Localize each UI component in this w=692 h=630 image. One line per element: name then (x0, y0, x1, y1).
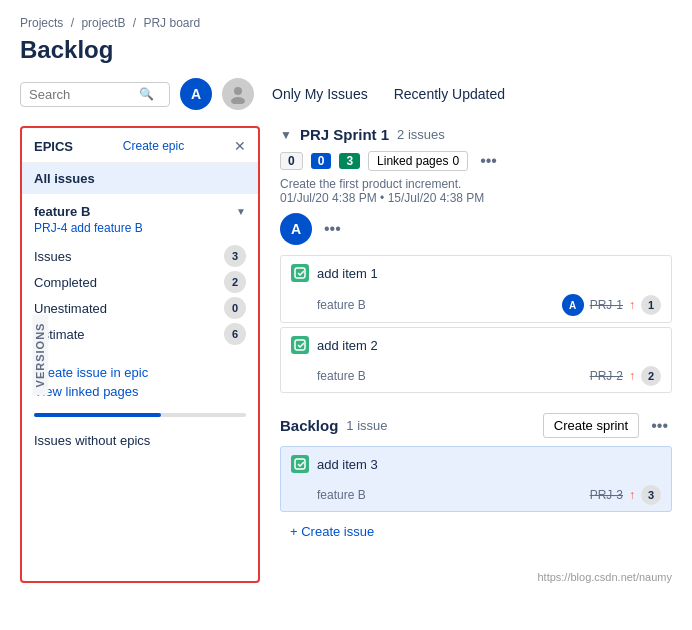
issue-epic-tag-1: feature B (317, 298, 366, 312)
epic-dropdown-icon[interactable]: ▼ (236, 206, 246, 217)
issue-card-1: add item 1 feature B A PRJ-1 ↑ 1 (280, 255, 672, 323)
all-issues-item[interactable]: All issues (22, 163, 258, 194)
epic-link[interactable]: PRJ-4 add feature B (34, 221, 246, 235)
issue-card-2-main: add item 2 (281, 328, 671, 362)
backlog-issue-card-1: add item 3 feature B PRJ-3 ↑ 3 (280, 446, 672, 512)
sprint-issue-count: 2 issues (397, 127, 445, 142)
backlog-issue-card-1-main: add item 3 (281, 447, 671, 481)
linked-pages-count: 0 (452, 154, 459, 168)
sprint-avatar-more-button[interactable]: ••• (320, 220, 345, 238)
stat-label-unestimated: Unestimated (34, 301, 107, 316)
stat-badge-issues: 3 (224, 245, 246, 267)
backlog-issue-count: 1 issue (346, 418, 387, 433)
create-epic-button[interactable]: Create epic (123, 139, 184, 153)
watermark: https://blog.csdn.net/naumy (280, 563, 672, 583)
create-issue-label: + Create issue (290, 524, 374, 539)
stat-row-estimate: Estimate 6 (34, 321, 246, 347)
svg-point-0 (234, 87, 242, 95)
issues-without-epics-label: Issues without epics (22, 423, 258, 458)
linked-pages-button[interactable]: Linked pages 0 (368, 151, 468, 171)
page-title: Backlog (20, 36, 672, 64)
svg-rect-2 (295, 268, 305, 278)
sprint-header: ▼ PRJ Sprint 1 2 issues (280, 126, 672, 143)
issue-title-1[interactable]: add item 1 (317, 266, 661, 281)
sprint-date-sep: • (380, 191, 384, 205)
issue-meta-2: feature B PRJ-2 ↑ 2 (281, 362, 671, 392)
stat-row-completed: Completed 2 (34, 269, 246, 295)
epic-name-row: feature B ▼ (34, 204, 246, 219)
sidebar-header: EPICS Create epic ✕ (22, 128, 258, 163)
issue-card-1-main: add item 1 (281, 256, 671, 290)
stat-row-unestimated: Unestimated 0 (34, 295, 246, 321)
close-icon[interactable]: ✕ (234, 138, 246, 154)
backlog-issue-epic-1: feature B (317, 488, 366, 502)
stat-badge-estimate: 6 (224, 323, 246, 345)
issue-icon-1 (291, 264, 309, 282)
breadcrumb-sep2: / (133, 16, 136, 30)
svg-rect-4 (295, 459, 305, 469)
backlog-header: Backlog 1 issue Create sprint ••• (280, 413, 672, 438)
progress-bar (34, 413, 161, 417)
epic-actions: Create issue in epic View linked pages (22, 357, 258, 407)
issue-card-2: add item 2 feature B PRJ-2 ↑ 2 (280, 327, 672, 393)
only-my-issues-button[interactable]: Only My Issues (264, 82, 376, 106)
sprint-chevron-icon[interactable]: ▼ (280, 128, 292, 142)
sprint-avatar-row: A ••• (280, 213, 672, 245)
search-input[interactable] (29, 87, 139, 102)
stat-label-completed: Completed (34, 275, 97, 290)
create-issue-row[interactable]: + Create issue (280, 516, 672, 547)
sprint-dates: Create the first product increment. 01/J… (280, 177, 672, 205)
issue-assignee-1[interactable]: A (562, 294, 584, 316)
breadcrumb-projects[interactable]: Projects (20, 16, 63, 30)
linked-pages-label: Linked pages (377, 154, 448, 168)
story-points-2: 2 (641, 366, 661, 386)
backlog-issue-id-1: PRJ-3 (590, 488, 623, 502)
epic-item: feature B ▼ PRJ-4 add feature B Issues 3… (22, 194, 258, 357)
epic-stats: Issues 3 Completed 2 Unestimated 0 Estim… (34, 243, 246, 347)
backlog-more-button[interactable]: ••• (647, 417, 672, 435)
sprint-badge-green: 3 (339, 153, 360, 169)
breadcrumb: Projects / projectB / PRJ board (20, 16, 672, 30)
avatar-gray (222, 78, 254, 110)
versions-tab: VERSIONS (32, 314, 48, 395)
priority-icon-1: ↑ (629, 298, 635, 312)
create-issue-in-epic-button[interactable]: Create issue in epic (34, 365, 246, 380)
toolbar: 🔍 A Only My Issues Recently Updated (20, 78, 672, 110)
epics-title: EPICS (34, 139, 73, 154)
epic-name: feature B (34, 204, 90, 219)
sprint-date-end: 15/Jul/20 4:38 PM (388, 191, 485, 205)
sprint-description: Create the first product increment. (280, 177, 461, 191)
backlog-issue-title-1[interactable]: add item 3 (317, 457, 661, 472)
priority-icon-2: ↑ (629, 369, 635, 383)
progress-bar-container (34, 413, 246, 417)
issue-meta-1: feature B A PRJ-1 ↑ 1 (281, 290, 671, 322)
create-sprint-button[interactable]: Create sprint (543, 413, 639, 438)
sprint-meta: 0 0 3 Linked pages 0 ••• (280, 151, 672, 171)
issue-id-2: PRJ-2 (590, 369, 623, 383)
sprint-more-button[interactable]: ••• (476, 152, 501, 170)
stat-row-issues: Issues 3 (34, 243, 246, 269)
story-points-1: 1 (641, 295, 661, 315)
sprint-avatar[interactable]: A (280, 213, 312, 245)
avatar-blue[interactable]: A (180, 78, 212, 110)
backlog-story-points-1: 3 (641, 485, 661, 505)
main-content: ▼ PRJ Sprint 1 2 issues 0 0 3 Linked pag… (260, 126, 672, 583)
issue-id-1: PRJ-1 (590, 298, 623, 312)
stat-badge-completed: 2 (224, 271, 246, 293)
backlog-issue-icon-1 (291, 455, 309, 473)
sprint-title: PRJ Sprint 1 (300, 126, 389, 143)
svg-rect-3 (295, 340, 305, 350)
view-linked-pages-button[interactable]: View linked pages (34, 384, 246, 399)
sprint-section: ▼ PRJ Sprint 1 2 issues 0 0 3 Linked pag… (280, 126, 672, 393)
breadcrumb-project[interactable]: projectB (81, 16, 125, 30)
main-layout: VERSIONS EPICS Create epic ✕ All issues … (20, 126, 672, 583)
backlog-title: Backlog (280, 417, 338, 434)
breadcrumb-board[interactable]: PRJ board (143, 16, 200, 30)
recently-updated-button[interactable]: Recently Updated (386, 82, 513, 106)
issue-epic-tag-2: feature B (317, 369, 366, 383)
svg-point-1 (231, 97, 245, 104)
search-box[interactable]: 🔍 (20, 82, 170, 107)
issue-title-2[interactable]: add item 2 (317, 338, 661, 353)
sidebar: VERSIONS EPICS Create epic ✕ All issues … (20, 126, 260, 583)
sprint-badge-blue: 0 (311, 153, 332, 169)
